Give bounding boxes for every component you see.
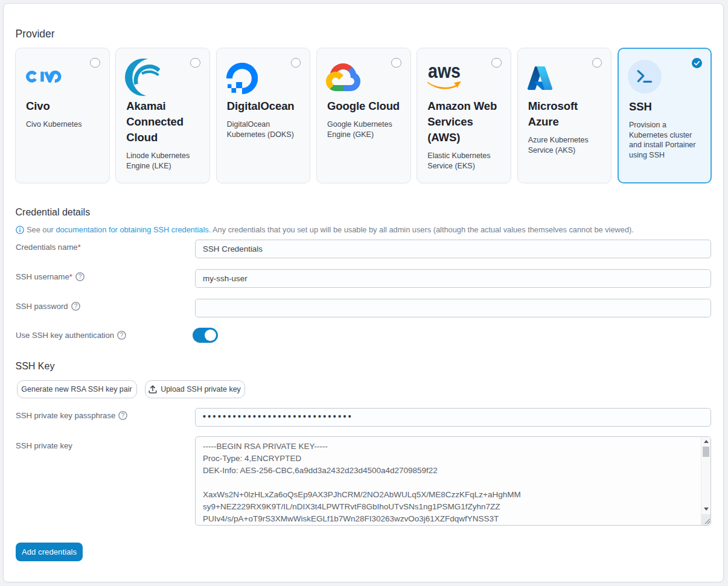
svg-text:?: ?	[78, 273, 82, 280]
svg-text:?: ?	[121, 412, 125, 419]
svg-text:?: ?	[74, 303, 77, 310]
svg-text:?: ?	[120, 332, 124, 339]
